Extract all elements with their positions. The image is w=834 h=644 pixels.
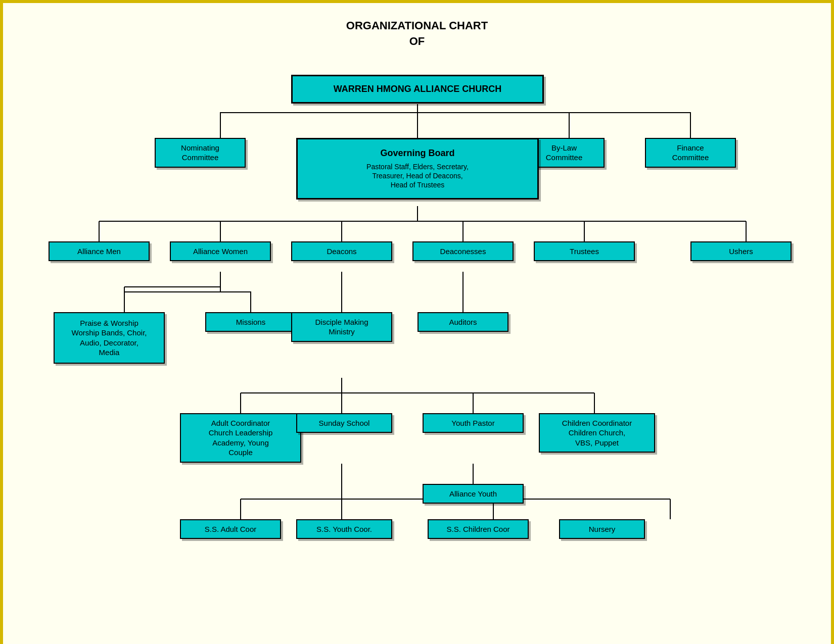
ss-youth-box: S.S. Youth Coor. [296, 519, 392, 539]
praise-worship-box: Praise & Worship Worship Bands, Choir, A… [54, 312, 165, 364]
alliance-youth-box: Alliance Youth [423, 484, 524, 504]
alliance-women-box: Alliance Women [170, 241, 271, 262]
youth-pastor-box: Youth Pastor [423, 413, 524, 433]
deacons-box: Deacons [291, 241, 392, 262]
governing-board-box: Governing Board Pastoral Staff, Elders, … [296, 138, 539, 200]
finance-committee-box: Finance Committee [645, 138, 736, 168]
ss-children-box: S.S. Children Coor [428, 519, 529, 539]
church-box: WARREN HMONG ALLIANCE CHURCH [291, 75, 544, 104]
adult-coord-box: Adult Coordinator Church Leadership Acad… [180, 413, 301, 463]
nominating-committee-box: Nominating Committee [155, 138, 246, 168]
sunday-school-box: Sunday School [296, 413, 392, 433]
alliance-men-box: Alliance Men [49, 241, 150, 262]
page-wrapper: ORGANIZATIONAL CHART OF [3, 3, 831, 644]
ss-adult-box: S.S. Adult Coor [180, 519, 281, 539]
children-coord-box: Children Coordinator Children Church, VB… [539, 413, 655, 453]
auditors-box: Auditors [418, 312, 508, 332]
ushers-box: Ushers [690, 241, 792, 262]
chart-title: ORGANIZATIONAL CHART OF [23, 18, 811, 49]
nursery-box: Nursery [559, 519, 645, 539]
deaconesses-box: Deaconesses [412, 241, 514, 262]
missions-box: Missions [205, 312, 296, 332]
disciple-making-box: Disciple Making Ministry [291, 312, 392, 342]
trustees-box: Trustees [534, 241, 635, 262]
